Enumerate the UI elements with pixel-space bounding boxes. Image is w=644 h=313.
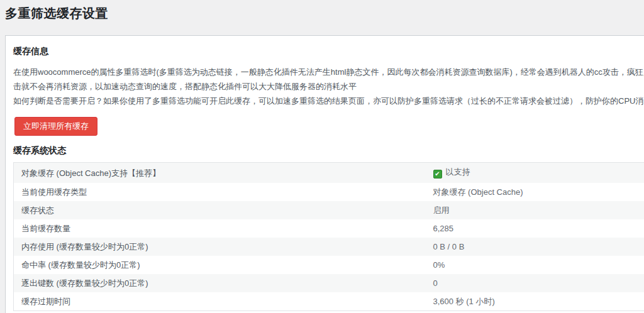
page-title: 多重筛选缓存设置 [5, 5, 108, 22]
table-row: 缓存状态 启用 [14, 201, 644, 219]
cache-status-rows: 对象缓存 (Object Cache)支持【推荐】 ✔以支持 当前使用缓存类型 … [14, 163, 644, 311]
row-value: 0% [433, 260, 445, 270]
row-value: 0 [433, 278, 438, 288]
clear-all-cache-button[interactable]: 立即清理所有缓存 [14, 117, 97, 136]
row-label: 缓存状态 [14, 201, 426, 219]
row-label: 当前使用缓存类型 [14, 183, 426, 201]
row-label: 当前缓存数量 [14, 219, 426, 238]
row-value: 0 B / 0 B [433, 242, 465, 251]
description-line-1: 在使用woocommerce的属性多重筛选时(多重筛选为动态链接，一般静态化插件… [13, 65, 644, 79]
cache-status-heading: 缓存系统状态 [13, 145, 644, 156]
table-row: 内存使用 (缓存数量较少时为0正常) 0 B / 0 B [14, 238, 644, 256]
row-label: 内存使用 (缓存数量较少时为0正常) [14, 238, 426, 256]
table-row: 缓存过期时间 3,600 秒 (1 小时) [14, 292, 644, 311]
row-value: 以支持 [446, 167, 470, 177]
row-label: 对象缓存 (Object Cache)支持【推荐】 [14, 163, 426, 184]
green-check-icon: ✔ [433, 170, 442, 178]
row-label: 缓存过期时间 [14, 292, 426, 311]
cache-status-table: 对象缓存 (Object Cache)支持【推荐】 ✔以支持 当前使用缓存类型 … [13, 162, 644, 311]
table-row: 命中率 (缓存数量较少时为0正常) 0% [14, 256, 644, 274]
row-value: 对象缓存 (Object Cache) [433, 187, 523, 197]
table-row: 当前使用缓存类型 对象缓存 (Object Cache) [14, 183, 644, 201]
row-value: 6,285 [433, 224, 454, 233]
row-label: 逐出键数 (缓存数量较少时为0正常) [14, 274, 426, 292]
row-value: 启用 [433, 206, 450, 215]
description-hint: 如何判断是否需要开启？如果你使用了多重筛选功能可开启此缓存，可以加速多重筛选的结… [13, 94, 644, 108]
table-row: 当前缓存数量 6,285 [14, 219, 644, 238]
cache-info-heading: 缓存信息 [13, 46, 644, 57]
row-label: 命中率 (缓存数量较少时为0正常) [14, 256, 426, 274]
settings-card: 缓存信息 在使用woocommerce的属性多重筛选时(多重筛选为动态链接，一般… [5, 35, 644, 313]
table-row: 逐出键数 (缓存数量较少时为0正常) 0 [14, 274, 644, 292]
table-row: 对象缓存 (Object Cache)支持【推荐】 ✔以支持 [14, 163, 644, 184]
description-line-2: 击就不会再消耗资源，以加速动态查询的速度，搭配静态化插件可以大大降低服务器的消耗… [13, 79, 644, 94]
cache-info-description: 在使用woocommerce的属性多重筛选时(多重筛选为动态链接，一般静态化插件… [13, 65, 644, 108]
row-value: 3,600 秒 (1 小时) [433, 297, 495, 306]
